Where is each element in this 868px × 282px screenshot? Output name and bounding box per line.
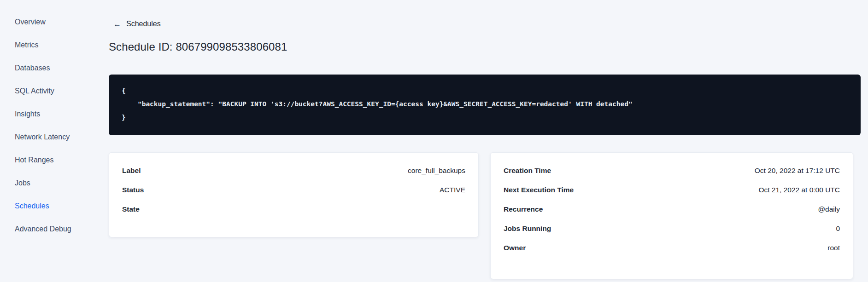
sidebar: Overview Metrics Databases SQL Activity … bbox=[0, 11, 92, 241]
row-value: root bbox=[827, 244, 840, 252]
sidebar-item-metrics[interactable]: Metrics bbox=[0, 34, 92, 57]
row-label: State bbox=[122, 205, 140, 213]
details-row-next-execution-time: Next Execution Time Oct 21, 2022 at 0:00… bbox=[504, 186, 840, 197]
schedule-statement-code-block: { "backup_statement": "BACKUP INTO 's3:/… bbox=[109, 75, 861, 135]
back-link-label: Schedules bbox=[126, 20, 161, 28]
sidebar-item-advanced-debug[interactable]: Advanced Debug bbox=[0, 218, 92, 241]
summary-row-status: Status ACTIVE bbox=[122, 186, 465, 197]
code-line: } bbox=[122, 111, 848, 124]
details-row-recurrence: Recurrence @daily bbox=[504, 205, 840, 216]
sidebar-item-sql-activity[interactable]: SQL Activity bbox=[0, 80, 92, 103]
sidebar-item-overview[interactable]: Overview bbox=[0, 11, 92, 34]
row-value: core_full_backups bbox=[408, 167, 465, 175]
summary-row-state: State bbox=[122, 205, 465, 216]
row-value: 0 bbox=[836, 224, 840, 233]
code-line: { bbox=[122, 84, 848, 98]
row-value: Oct 20, 2022 at 17:12 UTC bbox=[755, 167, 840, 175]
page-title: Schedule ID: 806799098533806081 bbox=[109, 40, 287, 53]
row-label: Status bbox=[122, 186, 144, 194]
back-arrow-icon: ← bbox=[113, 20, 121, 28]
summary-row-label: Label core_full_backups bbox=[122, 167, 465, 178]
sidebar-item-network-latency[interactable]: Network Latency bbox=[0, 126, 92, 149]
row-label: Label bbox=[122, 167, 141, 175]
row-label: Recurrence bbox=[504, 205, 543, 213]
row-value: ACTIVE bbox=[440, 186, 465, 194]
sidebar-item-jobs[interactable]: Jobs bbox=[0, 172, 92, 195]
sidebar-item-hot-ranges[interactable]: Hot Ranges bbox=[0, 149, 92, 172]
sidebar-item-schedules[interactable]: Schedules bbox=[0, 195, 92, 218]
sidebar-item-databases[interactable]: Databases bbox=[0, 57, 92, 80]
details-row-owner: Owner root bbox=[504, 244, 840, 255]
details-row-jobs-running: Jobs Running 0 bbox=[504, 224, 840, 236]
row-value: @daily bbox=[818, 205, 840, 213]
schedule-details-card: Creation Time Oct 20, 2022 at 17:12 UTC … bbox=[490, 152, 853, 279]
sidebar-item-insights[interactable]: Insights bbox=[0, 103, 92, 126]
details-row-creation-time: Creation Time Oct 20, 2022 at 17:12 UTC bbox=[504, 167, 840, 178]
row-label: Jobs Running bbox=[504, 224, 551, 233]
back-to-schedules-link[interactable]: ← Schedules bbox=[113, 20, 161, 28]
row-label: Next Execution Time bbox=[504, 186, 574, 194]
row-label: Owner bbox=[504, 244, 526, 252]
schedule-summary-card: Label core_full_backups Status ACTIVE St… bbox=[109, 152, 479, 237]
row-label: Creation Time bbox=[504, 167, 551, 175]
row-value: Oct 21, 2022 at 0:00 UTC bbox=[758, 186, 840, 194]
code-line: "backup_statement": "BACKUP INTO 's3://b… bbox=[122, 98, 848, 111]
